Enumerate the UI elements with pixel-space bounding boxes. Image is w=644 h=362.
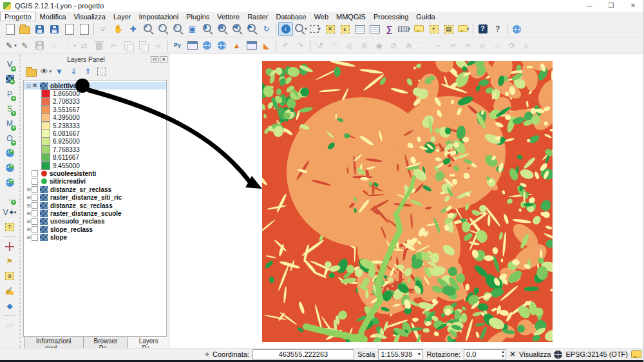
expander-icon[interactable]: ⊞ — [26, 234, 32, 240]
expander-icon[interactable]: ⊞ — [26, 218, 32, 224]
node-tool-icon[interactable]: ⋱▾ — [62, 39, 77, 53]
refresh-map-icon[interactable]: ↻ — [259, 22, 274, 36]
add-postgis-layer-icon[interactable]: P — [2, 86, 17, 101]
new-shapefile-layer-icon[interactable]: V✦▾ — [2, 205, 17, 220]
open-project-icon[interactable] — [17, 22, 32, 36]
new-temporary-layer-icon[interactable]: T — [2, 220, 17, 234]
redo-icon[interactable]: ↷ — [293, 39, 308, 53]
whats-this-icon[interactable]: ? — [490, 22, 505, 36]
log-messages-icon[interactable] — [631, 350, 641, 358]
statistical-summary-icon[interactable]: ∑ — [382, 22, 397, 36]
gdal-tools-icon[interactable] — [185, 39, 200, 53]
expander-icon[interactable]: ⊞ — [26, 211, 32, 216]
minimize-button[interactable]: — — [578, 0, 600, 12]
menu-guida[interactable]: Guida — [412, 12, 439, 21]
layer-row[interactable]: ⊞raster_distanze_siti_ric — [24, 193, 166, 201]
add-wfs-layer-icon[interactable] — [2, 175, 17, 190]
zoom-full-extent-icon[interactable]: ▣ — [185, 22, 200, 36]
touch-zoom-pan-icon[interactable]: ☞ — [96, 22, 111, 36]
plugin-window-icon[interactable] — [244, 39, 259, 53]
add-spatialite-layer-icon[interactable]: S — [2, 101, 17, 116]
rotate-point-symbols-icon[interactable]: ⟳ — [505, 39, 520, 53]
expand-all-icon[interactable]: ⇓ — [66, 65, 80, 78]
menu-visualizza[interactable]: Visualizza — [70, 12, 109, 21]
expander-icon[interactable]: ⊞ — [26, 187, 32, 193]
new-print-composer-icon[interactable] — [62, 22, 77, 36]
menu-layer[interactable]: Layer — [109, 12, 135, 21]
layer-row[interactable]: ⊞usosuolo_reclass — [24, 218, 166, 225]
legend-class-row[interactable]: 8.611667 — [24, 154, 166, 162]
web-search-plugin-icon[interactable] — [509, 22, 524, 36]
menu-modifica[interactable]: Modifica — [36, 12, 70, 21]
layer-row[interactable]: ⊞raster_distanze_scuole — [24, 209, 166, 217]
layer-visibility-icon[interactable]: 👁▾ — [38, 65, 52, 78]
show-hide-labels-icon[interactable]: a — [2, 269, 17, 283]
zoom-out-icon[interactable]: − — [155, 22, 170, 36]
layer-checkbox[interactable] — [32, 170, 38, 176]
zoom-to-selection-icon[interactable]: ▮ — [200, 22, 214, 36]
float-panel-button[interactable]: ⊡ — [151, 56, 158, 63]
new-bookmark-icon[interactable]: + — [426, 22, 441, 36]
layer-checkbox[interactable] — [32, 226, 38, 233]
toggle-editing-icon[interactable]: ✎ — [17, 39, 32, 53]
add-group-icon[interactable] — [24, 65, 38, 78]
highlight-pinned-labels-icon[interactable] — [2, 239, 17, 254]
layer-checkbox[interactable] — [32, 178, 38, 185]
simplify-features-icon[interactable]: ◠ — [327, 39, 342, 53]
reshape-features-icon[interactable]: ⌁ — [431, 39, 446, 53]
grass-tools-icon[interactable]: ▲ — [229, 39, 244, 53]
merge-attributes-icon[interactable]: ∩ — [490, 39, 505, 53]
zoom-native-icon[interactable]: 1 — [170, 22, 185, 36]
zoom-in-icon[interactable]: + — [140, 22, 155, 36]
close-panel-button[interactable]: ✕ — [160, 56, 167, 63]
copy-features-icon[interactable] — [121, 39, 136, 53]
legend-class-row[interactable]: 5.238333 — [24, 122, 166, 129]
add-wms-layer-icon[interactable] — [2, 146, 17, 160]
menu-database[interactable]: Database — [272, 12, 310, 21]
legend-class-row[interactable]: 3.551667 — [24, 106, 166, 113]
legend-class-row[interactable]: 7.768333 — [24, 146, 166, 153]
legend-class-row[interactable]: 6.925000 — [24, 138, 166, 146]
delete-selected-icon[interactable] — [91, 39, 106, 53]
add-delimited-text-icon[interactable]: , — [2, 190, 17, 205]
layer-checkbox[interactable] — [32, 218, 38, 225]
merge-features-icon[interactable]: ∪ — [475, 39, 490, 53]
menu-mmqgis[interactable]: MMQGIS — [332, 12, 370, 21]
save-project-icon[interactable] — [32, 22, 47, 36]
simplify-feature-icon[interactable]: ➾ — [151, 39, 166, 53]
help-contents-icon[interactable]: ? — [475, 22, 490, 36]
python-console-icon[interactable]: Py — [170, 39, 185, 53]
layer-row[interactable]: ⊞distanze_sc_reclass — [24, 202, 166, 209]
zoom-last-icon[interactable]: ◀ — [229, 22, 244, 36]
expander-icon[interactable]: ⊞ — [26, 227, 32, 233]
layer-row[interactable]: ⊞slope — [24, 233, 166, 241]
map-tips-icon[interactable] — [412, 22, 426, 36]
zoom-next-icon[interactable]: ▶ — [244, 22, 259, 36]
select-features-icon[interactable]: ▾ — [308, 22, 323, 36]
coordinate-toggle-icon[interactable]: ⌖ — [205, 350, 209, 359]
layer-row[interactable]: scuoleesistenti — [24, 169, 166, 177]
pan-map-icon[interactable]: ✋ — [111, 22, 126, 36]
menu-progetto[interactable]: Progetto — [0, 12, 36, 21]
composer-manager-icon[interactable] — [77, 22, 91, 36]
field-calculator-icon[interactable] — [367, 22, 382, 36]
menu-plugins[interactable]: Plugins — [182, 12, 213, 21]
change-label-icon[interactable]: ◆ — [2, 298, 17, 313]
layer-row[interactable]: sitiricreativi — [24, 178, 166, 186]
layer-checkbox[interactable] — [32, 210, 38, 216]
rotate-feature-icon[interactable]: ↺ — [312, 39, 327, 53]
layer-row[interactable]: ⊞distanze_sr_reclass — [24, 186, 166, 193]
layer-checkbox[interactable] — [32, 202, 38, 209]
undo-icon[interactable]: ↶ — [278, 39, 293, 53]
add-raster-layer-icon[interactable] — [2, 71, 17, 86]
add-vector-layer-icon[interactable]: V — [2, 57, 17, 71]
legend-class-row[interactable]: 2.708333 — [24, 98, 166, 106]
legend-class-row[interactable]: 4.395000 — [24, 114, 166, 122]
deselect-features-icon[interactable]: ✕ — [323, 22, 337, 36]
menu-raster[interactable]: Raster — [243, 12, 272, 21]
paste-features-icon[interactable] — [136, 39, 151, 53]
layer-row[interactable]: ⊞slope_reclass — [24, 225, 166, 233]
select-by-expression-icon[interactable]: ε — [337, 22, 352, 36]
save-layer-edits-icon[interactable] — [32, 39, 47, 53]
move-feature-icon[interactable]: ⇄ — [77, 39, 91, 53]
